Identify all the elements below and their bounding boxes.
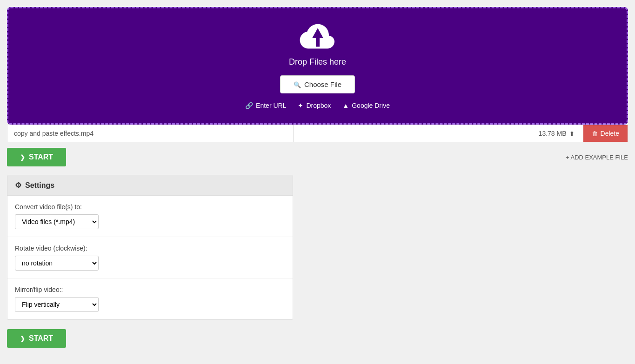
drop-zone[interactable]: Drop Files here Choose File 🔗 Enter URL … <box>7 7 628 125</box>
bottom-action-row: START <box>7 329 628 348</box>
rotate-label: Rotate video (clockwise): <box>15 245 285 252</box>
chevron-right-icon <box>20 153 25 161</box>
convert-select[interactable]: Video files (*.mp4) Video files (*.avi) … <box>15 214 99 229</box>
delete-label: Delete <box>601 130 619 137</box>
enter-url-label: Enter URL <box>256 102 286 109</box>
drop-text: Drop Files here <box>18 57 617 67</box>
dropbox-icon: ✦ <box>298 102 303 109</box>
bottom-start-label: START <box>29 334 53 343</box>
file-size: 13.78 MB <box>294 125 583 142</box>
download-icon <box>569 130 575 137</box>
dropbox-label: Dropbox <box>306 102 331 109</box>
gear-icon <box>15 181 21 190</box>
action-row: START + ADD EXAMPLE FILE <box>7 148 628 166</box>
bottom-start-button[interactable]: START <box>7 329 66 348</box>
file-bar: copy and paste effects.mp4 13.78 MB Dele… <box>7 125 628 142</box>
settings-panel: Settings Convert video file(s) to: Video… <box>7 175 293 320</box>
gdrive-icon: ▲ <box>342 102 349 109</box>
trash-icon <box>592 130 598 137</box>
dropbox-link[interactable]: ✦ Dropbox <box>298 102 331 109</box>
settings-header: Settings <box>7 175 293 196</box>
start-label: START <box>29 153 53 161</box>
bottom-chevron-icon <box>20 334 25 343</box>
google-drive-label: Google Drive <box>352 102 390 109</box>
rotate-select[interactable]: no rotation 90 degrees 180 degrees 270 d… <box>15 256 99 271</box>
google-drive-link[interactable]: ▲ Google Drive <box>342 102 390 109</box>
mirror-section: Mirror/flip video:: Flip vertically Flip… <box>7 278 293 319</box>
search-icon <box>294 80 301 88</box>
enter-url-link[interactable]: 🔗 Enter URL <box>245 102 286 109</box>
settings-title: Settings <box>25 181 54 190</box>
mirror-select[interactable]: Flip vertically Flip horizontally No fli… <box>15 297 99 312</box>
mirror-label: Mirror/flip video:: <box>15 286 285 293</box>
upload-cloud-icon <box>299 22 336 53</box>
file-name: copy and paste effects.mp4 <box>7 125 294 142</box>
rotate-section: Rotate video (clockwise): no rotation 90… <box>7 237 293 278</box>
start-button[interactable]: START <box>7 148 66 166</box>
convert-label: Convert video file(s) to: <box>15 203 285 211</box>
choose-file-label: Choose File <box>304 80 341 88</box>
link-options: 🔗 Enter URL ✦ Dropbox ▲ Google Drive <box>18 102 617 109</box>
delete-button[interactable]: Delete <box>583 125 628 142</box>
choose-file-button[interactable]: Choose File <box>280 75 355 93</box>
link-icon: 🔗 <box>245 102 253 109</box>
add-example-link[interactable]: + ADD EXAMPLE FILE <box>566 154 628 161</box>
convert-section: Convert video file(s) to: Video files (*… <box>7 196 293 237</box>
